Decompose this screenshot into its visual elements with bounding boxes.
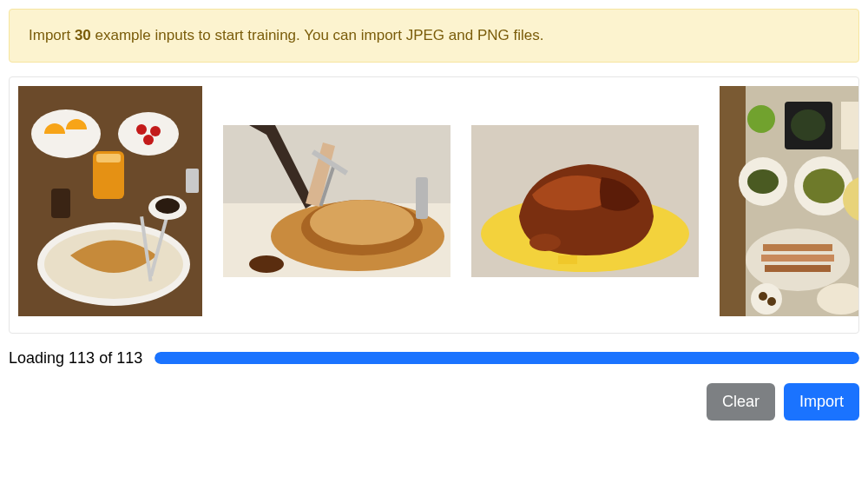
clear-button[interactable]: Clear bbox=[707, 383, 775, 421]
svg-point-27 bbox=[529, 234, 561, 251]
svg-rect-29 bbox=[558, 255, 577, 264]
svg-point-9 bbox=[143, 135, 154, 145]
svg-point-13 bbox=[155, 198, 180, 214]
svg-rect-30 bbox=[628, 254, 647, 262]
image-thumb[interactable] bbox=[471, 125, 699, 277]
svg-rect-43 bbox=[763, 244, 832, 251]
image-gallery bbox=[18, 86, 850, 316]
svg-point-47 bbox=[759, 292, 767, 301]
image-thumb[interactable] bbox=[18, 86, 202, 316]
svg-point-6 bbox=[118, 112, 179, 156]
banner-prefix: Import bbox=[29, 27, 75, 43]
svg-rect-24 bbox=[416, 177, 428, 219]
svg-point-33 bbox=[747, 105, 775, 133]
info-banner-text: Import 30 example inputs to start traini… bbox=[29, 27, 543, 43]
svg-point-40 bbox=[803, 169, 845, 203]
svg-point-35 bbox=[791, 109, 825, 141]
svg-point-5 bbox=[31, 109, 101, 158]
svg-point-23 bbox=[249, 255, 284, 273]
image-gallery-panel[interactable] bbox=[9, 76, 859, 334]
svg-rect-44 bbox=[761, 255, 834, 262]
svg-rect-14 bbox=[51, 189, 70, 218]
svg-rect-45 bbox=[765, 265, 831, 272]
svg-rect-11 bbox=[96, 154, 121, 162]
loading-row: Loading 113 of 113 bbox=[9, 349, 859, 368]
progress-bar bbox=[155, 352, 859, 364]
banner-suffix: example inputs to start training. You ca… bbox=[91, 27, 544, 43]
svg-rect-15 bbox=[186, 169, 199, 193]
banner-count: 30 bbox=[75, 27, 91, 43]
progress-fill bbox=[155, 352, 859, 364]
loading-label: Loading 113 of 113 bbox=[9, 349, 142, 368]
svg-point-20 bbox=[310, 200, 414, 245]
svg-point-48 bbox=[767, 297, 776, 306]
image-thumb[interactable] bbox=[223, 125, 450, 277]
svg-point-7 bbox=[136, 124, 147, 135]
svg-point-38 bbox=[747, 169, 779, 194]
image-thumb[interactable] bbox=[720, 86, 859, 316]
import-button[interactable]: Import bbox=[784, 383, 859, 421]
button-row: Clear Import bbox=[9, 383, 859, 421]
svg-rect-36 bbox=[841, 102, 859, 149]
svg-point-8 bbox=[150, 126, 161, 136]
svg-rect-28 bbox=[532, 251, 551, 260]
info-banner: Import 30 example inputs to start traini… bbox=[9, 9, 859, 63]
svg-rect-32 bbox=[720, 86, 746, 316]
